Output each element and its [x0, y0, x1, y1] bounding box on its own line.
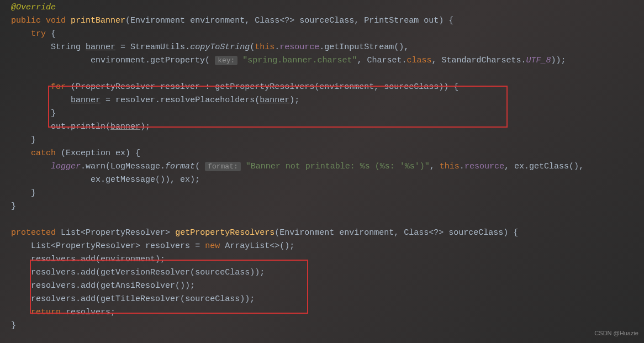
type-class: Class [404, 228, 429, 238]
method-getmessage: getMessage [105, 175, 155, 184]
keyword-void: void [46, 16, 66, 25]
keyword-try: try [31, 29, 46, 39]
type-propertyresolver: PropertyResolver [86, 228, 165, 238]
type-list: List [31, 241, 51, 251]
var-ex: ex [514, 162, 524, 171]
var: sourceClass [185, 294, 240, 304]
class-logmessage: LogMessage [110, 162, 160, 171]
type-charset: Charset [367, 56, 402, 65]
method-format: format [165, 162, 195, 171]
keyword-this: this [255, 43, 275, 52]
method-add: add [81, 294, 96, 304]
type-list: List [61, 228, 81, 238]
var-banner: banner [260, 96, 289, 105]
var-resolvers: resolvers [31, 294, 76, 304]
static-field-utf8: UTF_8 [526, 56, 551, 65]
keyword-protected: protected [11, 228, 56, 238]
method-name: printBanner [71, 16, 125, 25]
var: environment [101, 255, 155, 264]
method-name: getPropertyResolvers [175, 228, 275, 238]
param: environment [339, 228, 394, 238]
var-resolvers: resolvers [31, 255, 76, 264]
var: sourceClass [195, 268, 250, 277]
type: String [51, 43, 81, 52]
field-resource: resource [464, 162, 504, 171]
param: environment [190, 16, 245, 25]
var-resolvers: resolvers [145, 241, 190, 251]
method-add: add [81, 281, 96, 291]
var-ex: ex [91, 175, 101, 184]
string-literal: "Banner not printable: %s (%s: '%s')" [246, 162, 430, 171]
method-add: add [81, 255, 96, 264]
type: Environment [130, 16, 185, 25]
method-warn: warn [86, 162, 105, 171]
var-resolvers: resolvers [31, 268, 76, 277]
method-getansiresolver: getAnsiResolver [101, 281, 175, 291]
method-copytostring: copyToString [190, 43, 250, 52]
var-out: out [51, 122, 66, 131]
var-resolver: resolver [115, 96, 155, 105]
keyword-this: this [440, 162, 460, 171]
param: out [424, 16, 439, 25]
keyword-for: for [51, 82, 66, 92]
param-hint: format: [205, 162, 241, 171]
method-call: getInputStream [324, 43, 394, 52]
keyword-public: public [11, 16, 41, 25]
diamond: <> [270, 241, 279, 251]
keyword-catch: catch [31, 149, 56, 158]
paren: ( [125, 16, 130, 25]
param: sourceClass [448, 228, 503, 238]
generic: <?> [429, 228, 444, 238]
var-ex: ex [180, 175, 190, 184]
annotation: @Override [11, 3, 56, 12]
code-editor-view[interactable]: @Override public void printBanner(Enviro… [11, 1, 644, 333]
var-banner: banner [71, 96, 101, 105]
method-resolveplaceholders: resolvePlaceholders [160, 96, 255, 105]
class-standardcharsets: StandardCharsets [441, 56, 521, 65]
field-logger: logger [51, 162, 81, 171]
var-banner: banner [110, 122, 140, 131]
watermark: CSDN @Huazie [594, 326, 638, 340]
var-environment: environment [91, 56, 145, 65]
type-exception: Exception [66, 149, 110, 158]
keyword-new: new [205, 241, 220, 251]
var-resolvers: resolvers [66, 308, 110, 317]
method-getversionresolver: getVersionResolver [101, 268, 190, 277]
string-literal: "spring.banner.charset" [242, 56, 357, 65]
param-hint: key: [215, 56, 237, 65]
keyword-class: class [407, 56, 431, 65]
type: Class [255, 16, 279, 25]
param: sourceClass [299, 16, 354, 25]
var-banner: banner [86, 43, 115, 52]
type-environment: Environment [279, 228, 334, 238]
method-getproperty: getProperty [150, 56, 205, 65]
class-arraylist: ArrayList [225, 241, 270, 251]
method-println: println [71, 122, 105, 131]
var: sourceClass [384, 82, 439, 92]
var-ex: ex [115, 149, 125, 158]
type-propertyresolver: PropertyResolver [56, 241, 135, 251]
var-resolvers: resolvers [31, 281, 76, 291]
keyword-return: return [31, 308, 61, 317]
var-resolver: resolver [160, 82, 200, 92]
method-add: add [81, 268, 96, 277]
class-streamutils: StreamUtils [130, 43, 185, 52]
generic: <?> [279, 16, 294, 25]
type-propertyresolver: PropertyResolver [76, 82, 155, 92]
field-resource: resource [279, 43, 319, 52]
method-getclass: getClass [529, 162, 569, 171]
var: environment [319, 82, 374, 92]
method-getpropresolvers: getPropertyResolvers [215, 82, 314, 92]
type: PrintStream [364, 16, 419, 25]
method-gettitleresolver: getTitleResolver [101, 294, 180, 304]
